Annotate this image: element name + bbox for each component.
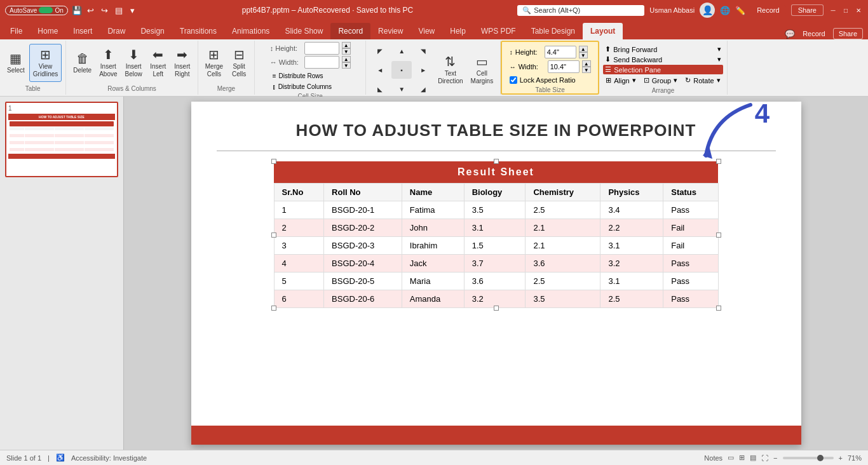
close-btn[interactable]: ✕: [854, 6, 863, 15]
autosave-badge[interactable]: AutoSave On: [5, 6, 68, 15]
distribute-rows-btn[interactable]: ≡ Distribute Rows: [270, 71, 326, 81]
lock-aspect-checkbox[interactable]: [510, 76, 517, 84]
thumb-row5: [10, 145, 114, 148]
handle-mr[interactable]: [716, 232, 721, 238]
handle-ml[interactable]: [271, 232, 276, 238]
handle-bm[interactable]: [494, 306, 499, 311]
align-bot-left-btn[interactable]: ◣: [370, 80, 390, 98]
share-btn[interactable]: Share: [791, 4, 824, 16]
align-top-center-btn[interactable]: ▲: [391, 42, 412, 60]
tab-help[interactable]: Help: [442, 23, 473, 39]
tab-home[interactable]: Home: [30, 23, 65, 39]
share-ribbon-btn[interactable]: Share: [833, 28, 863, 39]
tab-file[interactable]: File: [3, 23, 30, 39]
handle-tr[interactable]: [716, 159, 721, 164]
merge-cells-btn[interactable]: ⊞ Merge Cells: [202, 44, 226, 82]
pen-icon[interactable]: ✏️: [735, 5, 745, 15]
present-icon[interactable]: ▤: [114, 5, 124, 15]
notes-btn[interactable]: Notes: [704, 454, 722, 462]
tab-record[interactable]: Record: [330, 23, 370, 39]
bring-forward-btn[interactable]: ⬆ Bring Forward ▾: [603, 44, 722, 54]
view-present-icon[interactable]: ⛶: [761, 454, 768, 462]
handle-tm[interactable]: [494, 159, 499, 164]
cell-width-spinner[interactable]: ▲▼: [342, 56, 351, 69]
align-mid-right-btn[interactable]: ►: [413, 61, 433, 79]
tab-animations[interactable]: Animations: [224, 23, 277, 39]
insert-above-btn[interactable]: ⬆ Insert Above: [96, 44, 120, 82]
tab-view[interactable]: View: [410, 23, 442, 39]
align-mid-left-btn[interactable]: ◄: [370, 61, 390, 79]
autosave-toggle[interactable]: [39, 7, 53, 13]
cell-height-input[interactable]: [304, 42, 339, 55]
undo-icon[interactable]: ↩: [86, 5, 96, 15]
align-top-left-btn[interactable]: ◤: [370, 42, 390, 60]
selection-pane-btn[interactable]: ☰ Selection Pane: [603, 65, 722, 74]
insert-left-btn[interactable]: ⬅ Insert Left: [147, 44, 170, 82]
rotate-btn[interactable]: ↻ Rotate ▾: [682, 75, 722, 86]
distribute-cols-btn[interactable]: ⫿ Distribute Columns: [270, 82, 334, 91]
handle-bl[interactable]: [271, 306, 276, 311]
align-arrange-btn[interactable]: ⊞ Align ▾: [603, 75, 638, 86]
handle-br[interactable]: [716, 306, 721, 311]
table-container[interactable]: Result Sheet Sr.No Roll No Name Biology …: [274, 161, 719, 308]
align-top-right-btn[interactable]: ◥: [413, 42, 433, 60]
tab-wps[interactable]: WPS PDF: [473, 23, 524, 39]
maximize-btn[interactable]: □: [841, 6, 850, 15]
view-gridlines-btn[interactable]: ⊞ View Gridlines: [29, 44, 62, 82]
split-cells-btn[interactable]: ⊟ Split Cells: [227, 44, 250, 82]
merge-label: Merge Cells: [205, 63, 223, 78]
view-grid-icon[interactable]: ⊞: [739, 454, 745, 462]
zoom-slider[interactable]: [783, 457, 834, 459]
search-box[interactable]: 🔍 Search (Alt+Q): [517, 5, 644, 16]
main-area: 1 HOW TO ADJUST TABLE SIZE: [0, 97, 868, 450]
user-avatar[interactable]: 👤: [700, 3, 715, 18]
align-bot-center-btn[interactable]: ▼: [391, 80, 412, 98]
table-width-input[interactable]: [548, 60, 580, 73]
title-bar: AutoSave On 💾 ↩ ↪ ▤ ▾ ppt64B7.pptm – Aut…: [0, 0, 868, 20]
insert-right-icon: ➡: [177, 48, 187, 61]
insert-below-btn[interactable]: ⬇ Insert Below: [122, 44, 146, 82]
table-height-spinner[interactable]: ▲▼: [579, 46, 588, 58]
table-height-input[interactable]: [545, 46, 576, 58]
cell-1-1: BSGD-20-1: [324, 201, 402, 219]
zoom-level[interactable]: 71%: [848, 454, 862, 462]
cell-height-spinner[interactable]: ▲▼: [342, 42, 351, 55]
minimize-btn[interactable]: ─: [829, 6, 837, 15]
redo-icon[interactable]: ↪: [100, 5, 110, 15]
view-reading-icon[interactable]: ▤: [750, 454, 756, 462]
tab-design[interactable]: Design: [133, 23, 172, 39]
send-backward-btn[interactable]: ⬇ Send Backward ▾: [603, 55, 722, 64]
tab-slideshow[interactable]: Slide Show: [277, 23, 330, 39]
globe-icon[interactable]: 🌐: [720, 5, 730, 15]
delete-btn[interactable]: 🗑 Delete: [70, 44, 95, 82]
zoom-minus-icon[interactable]: −: [773, 454, 777, 462]
table-width-spinner[interactable]: ▲▼: [582, 60, 591, 73]
cell-margins-btn[interactable]: ▭ Cell Margins: [468, 51, 497, 89]
select-btn[interactable]: ▦ Select: [4, 44, 28, 82]
tab-transitions[interactable]: Transitions: [172, 23, 224, 39]
align-bot-right-btn[interactable]: ◢: [413, 80, 433, 98]
group-btn[interactable]: ⊡ Group ▾: [641, 75, 681, 86]
zoom-plus-icon[interactable]: +: [839, 454, 843, 462]
cell-width-input[interactable]: [304, 56, 339, 69]
view-normal-icon[interactable]: ▭: [728, 454, 734, 462]
insert-right-btn[interactable]: ➡ Insert Right: [171, 44, 194, 82]
text-direction-btn[interactable]: ⇅ Text Direction: [435, 51, 466, 89]
align-mid-center-btn[interactable]: ▪: [391, 61, 412, 79]
tab-layout[interactable]: Layout: [583, 23, 623, 39]
tab-table-design[interactable]: Table Design: [524, 23, 583, 39]
save-icon[interactable]: 💾: [72, 5, 82, 15]
handle-tl[interactable]: [271, 159, 276, 164]
tab-draw[interactable]: Draw: [100, 23, 133, 39]
tab-insert[interactable]: Insert: [65, 23, 100, 39]
record-title-btn[interactable]: Record: [750, 5, 785, 15]
ribbon-comment-icon[interactable]: 💬: [785, 29, 795, 39]
record-ribbon-btn[interactable]: Record: [797, 29, 830, 39]
cell-1-4: 2.5: [526, 201, 600, 219]
slide-main[interactable]: HOW TO ADJUST TABLE SIZE IN POWERPOINT R…: [191, 102, 801, 445]
customize-icon[interactable]: ▾: [128, 5, 138, 15]
tab-review[interactable]: Review: [370, 23, 410, 39]
slide-bottom-bar: [191, 426, 801, 445]
amr-icon: ►: [420, 67, 426, 74]
slide-thumbnail-1[interactable]: 1 HOW TO ADJUST TABLE SIZE: [5, 102, 118, 177]
